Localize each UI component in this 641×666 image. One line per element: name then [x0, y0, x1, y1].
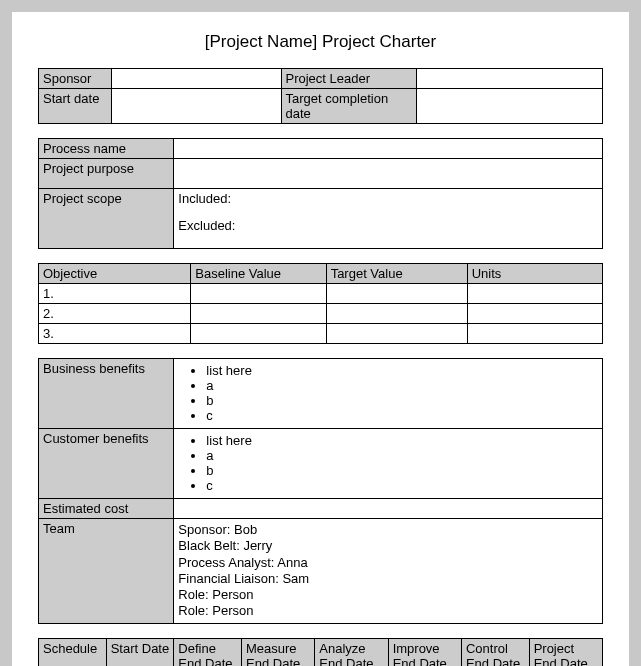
team-member: Role: Person: [178, 603, 598, 619]
objective-num[interactable]: 1.: [39, 284, 191, 304]
process-name-label: Process name: [39, 139, 174, 159]
estimated-cost-label: Estimated cost: [39, 499, 174, 519]
scope-excluded-label: Excluded:: [178, 218, 598, 233]
baseline-cell[interactable]: [191, 284, 326, 304]
team-member: Process Analyst: Anna: [178, 555, 598, 571]
project-scope-label: Project scope: [39, 189, 174, 249]
target-cell[interactable]: [326, 284, 467, 304]
project-leader-label: Project Leader: [281, 69, 416, 89]
objectives-header-baseline: Baseline Value: [191, 264, 326, 284]
list-item: b: [206, 463, 598, 478]
business-benefits-value[interactable]: list here a b c: [174, 359, 603, 429]
schedule-header-project: Project End Date: [529, 638, 602, 666]
units-cell[interactable]: [467, 284, 602, 304]
team-value[interactable]: Sponsor: Bob Black Belt: Jerry Process A…: [174, 519, 603, 624]
objectives-header-target: Target Value: [326, 264, 467, 284]
business-benefits-list: list here a b c: [206, 361, 598, 425]
process-name-value[interactable]: [174, 139, 603, 159]
scope-included-label: Included:: [178, 191, 598, 206]
objectives-header-units: Units: [467, 264, 602, 284]
estimated-cost-value[interactable]: [174, 499, 603, 519]
team-label: Team: [39, 519, 174, 624]
target-cell[interactable]: [326, 324, 467, 344]
team-member: Role: Person: [178, 587, 598, 603]
sponsor-label: Sponsor: [39, 69, 112, 89]
table-row: 1.: [39, 284, 603, 304]
team-member: Black Belt: Jerry: [178, 538, 598, 554]
team-member: Financial Liaison: Sam: [178, 571, 598, 587]
objectives-table: Objective Baseline Value Target Value Un…: [38, 263, 603, 344]
units-cell[interactable]: [467, 304, 602, 324]
benefits-table: Business benefits list here a b c Custom…: [38, 358, 603, 624]
target-date-value[interactable]: [416, 89, 602, 124]
list-item: c: [206, 408, 598, 423]
list-item: list here: [206, 433, 598, 448]
project-scope-value[interactable]: Included: Excluded:: [174, 189, 603, 249]
customer-benefits-label: Customer benefits: [39, 429, 174, 499]
list-item: b: [206, 393, 598, 408]
project-purpose-value[interactable]: [174, 159, 603, 189]
schedule-header-schedule: Schedule: [39, 638, 107, 666]
target-cell[interactable]: [326, 304, 467, 324]
objective-num[interactable]: 2.: [39, 304, 191, 324]
target-date-label: Target completion date: [281, 89, 416, 124]
schedule-header-measure: Measure End Date: [242, 638, 315, 666]
page: [Project Name] Project Charter Sponsor P…: [12, 12, 629, 666]
customer-benefits-value[interactable]: list here a b c: [174, 429, 603, 499]
table-row: 2.: [39, 304, 603, 324]
baseline-cell[interactable]: [191, 304, 326, 324]
schedule-header-start: Start Date: [106, 638, 174, 666]
sponsor-value[interactable]: [112, 69, 281, 89]
team-member: Sponsor: Bob: [178, 522, 598, 538]
schedule-header-improve: Improve End Date: [388, 638, 461, 666]
page-title: [Project Name] Project Charter: [38, 24, 603, 68]
list-item: a: [206, 448, 598, 463]
header-table: Sponsor Project Leader Start date Target…: [38, 68, 603, 124]
schedule-header-control: Control End Date: [461, 638, 529, 666]
objectives-header-objective: Objective: [39, 264, 191, 284]
customer-benefits-list: list here a b c: [206, 431, 598, 495]
start-date-value[interactable]: [112, 89, 281, 124]
table-row: 3.: [39, 324, 603, 344]
baseline-cell[interactable]: [191, 324, 326, 344]
process-table: Process name Project purpose Project sco…: [38, 138, 603, 249]
list-item: list here: [206, 363, 598, 378]
team-list: Sponsor: Bob Black Belt: Jerry Process A…: [178, 521, 598, 621]
list-item: c: [206, 478, 598, 493]
start-date-label: Start date: [39, 89, 112, 124]
schedule-header-define: Define End Date: [174, 638, 242, 666]
project-purpose-label: Project purpose: [39, 159, 174, 189]
objective-num[interactable]: 3.: [39, 324, 191, 344]
schedule-header-analyze: Analyze End Date: [315, 638, 388, 666]
project-leader-value[interactable]: [416, 69, 602, 89]
units-cell[interactable]: [467, 324, 602, 344]
schedule-table: Schedule Start Date Define End Date Meas…: [38, 638, 603, 667]
list-item: a: [206, 378, 598, 393]
business-benefits-label: Business benefits: [39, 359, 174, 429]
